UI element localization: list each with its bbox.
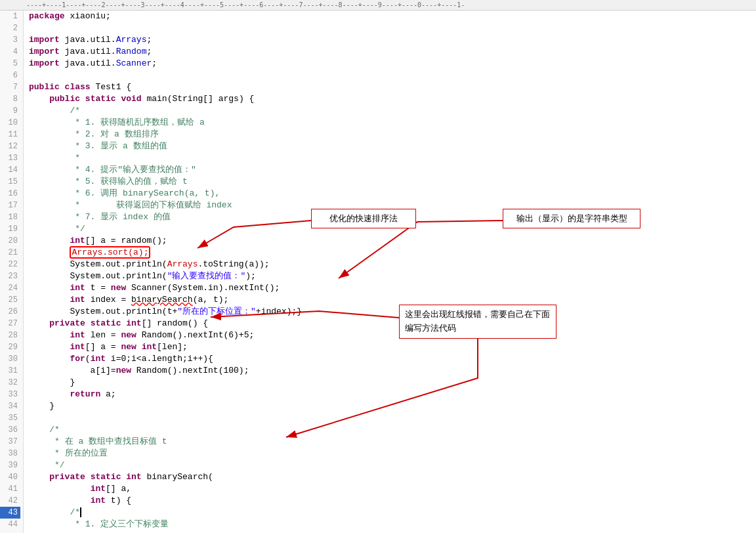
code-content[interactable]: package xiaoniu; import java.util.Arrays…	[24, 11, 756, 533]
code-line-7: public class Test1 {	[29, 81, 756, 93]
code-line-6	[29, 70, 756, 81]
line-num-18: 18	[0, 211, 20, 223]
line-num-40: 40	[0, 471, 20, 483]
line-num-24: 24	[0, 282, 20, 294]
code-line-31: a[i]=new Random().nextInt(100);	[29, 365, 756, 377]
code-line-41: int[] a,	[29, 483, 756, 495]
code-line-37: * 在 a 数组中查找目标值 t	[29, 436, 756, 448]
code-line-32: }	[29, 377, 756, 389]
line-num-16: 16	[0, 188, 20, 200]
line-num-25: 25	[0, 294, 20, 306]
line-num-11: 11	[0, 129, 20, 140]
line-num-6: 6	[0, 70, 20, 81]
code-line-27: private static int[] random() {	[29, 318, 756, 330]
code-line-5: import java.util.Scanner;	[29, 58, 756, 70]
line-num-7: 7	[0, 81, 20, 93]
line-num-26: 26	[0, 306, 20, 318]
code-line-33: return a;	[29, 389, 756, 400]
line-num-27: 27	[0, 318, 20, 330]
code-line-20: int[] a = random();	[29, 235, 756, 247]
code-line-10: * 1. 获得随机乱序数组，赋给 a	[29, 117, 756, 129]
ruler: ----+----1----+----2----+----3----+----4…	[0, 0, 756, 11]
line-num-12: 12	[0, 140, 20, 152]
code-line-22: System.out.println(Arrays.toString(a));	[29, 259, 756, 270]
line-num-30: 30	[0, 353, 20, 365]
line-num-2: 2	[0, 22, 20, 34]
line-num-19: 19	[0, 223, 20, 235]
code-line-42: int t) {	[29, 495, 756, 507]
code-line-23: System.out.println("输入要查找的值：");	[29, 270, 756, 282]
code-line-1: package xiaoniu;	[29, 11, 756, 22]
line-num-33: 33	[0, 389, 20, 400]
line-num-13: 13	[0, 152, 20, 164]
line-num-37: 37	[0, 436, 20, 448]
code-line-9: /*	[29, 105, 756, 117]
line-num-42: 42	[0, 495, 20, 507]
code-line-29: int[] a = new int[len];	[29, 341, 756, 353]
line-num-43: 43	[0, 507, 20, 519]
line-num-23: 23	[0, 270, 20, 282]
code-line-4: import java.util.Random;	[29, 46, 756, 58]
annotation-quicksort: 优化的快速排序法	[311, 209, 416, 228]
line-num-28: 28	[0, 330, 20, 341]
code-line-8: public static void main(String[] args) {	[29, 93, 756, 105]
line-num-21: 21	[0, 247, 20, 259]
code-line-34: }	[29, 400, 756, 412]
line-num-36: 36	[0, 424, 20, 436]
code-line-3: import java.util.Arrays;	[29, 34, 756, 46]
code-line-26: System.out.println(t+"所在的下标位置："+index);}	[29, 306, 756, 318]
code-line-13: *	[29, 152, 756, 164]
code-line-25: int index = binarySearch(a, t);	[29, 294, 756, 306]
annotation-stringtype: 输出（显示）的是字符串类型	[503, 209, 640, 228]
code-line-24: int t = new Scanner(System.in).nextInt()…	[29, 282, 756, 294]
code-line-36: /*	[29, 424, 756, 436]
code-line-38: * 所在的位置	[29, 448, 756, 459]
line-num-14: 14	[0, 164, 20, 176]
code-area: 1 2 3 4 5 6 7 8 9 10 11 12 13 14 15 16 1…	[0, 11, 756, 533]
code-line-16: * 6. 调用 binarySearch(a, t),	[29, 188, 756, 200]
line-numbers: 1 2 3 4 5 6 7 8 9 10 11 12 13 14 15 16 1…	[0, 11, 24, 533]
line-num-15: 15	[0, 176, 20, 188]
annotation-error: 这里会出现红线报错，需要自己在下面编写方法代码	[399, 305, 556, 339]
code-line-15: * 5. 获得输入的值，赋给 t	[29, 176, 756, 188]
line-num-32: 32	[0, 377, 20, 389]
code-line-14: * 4. 提示"输入要查找的值："	[29, 164, 756, 176]
line-num-31: 31	[0, 365, 20, 377]
code-line-12: * 3. 显示 a 数组的值	[29, 140, 756, 152]
code-line-44: * 1. 定义三个下标变量	[29, 519, 756, 530]
line-num-5: 5	[0, 58, 20, 70]
code-line-28: int len = new Random().nextInt(6)+5;	[29, 330, 756, 341]
line-num-10: 10	[0, 117, 20, 129]
code-line-2	[29, 22, 756, 34]
line-num-4: 4	[0, 46, 20, 58]
line-num-22: 22	[0, 259, 20, 270]
line-num-20: 20	[0, 235, 20, 247]
line-num-17: 17	[0, 200, 20, 211]
code-line-43: /*	[29, 507, 756, 519]
line-num-8: 8	[0, 93, 20, 105]
line-num-38: 38	[0, 448, 20, 459]
line-num-3: 3	[0, 34, 20, 46]
code-line-39: */	[29, 459, 756, 471]
line-num-29: 29	[0, 341, 20, 353]
code-line-40: private static int binarySearch(	[29, 471, 756, 483]
line-num-44: 44	[0, 519, 20, 530]
code-line-21: Arrays.sort(a);	[29, 247, 756, 259]
line-num-35: 35	[0, 412, 20, 424]
line-num-39: 39	[0, 459, 20, 471]
line-num-9: 9	[0, 105, 20, 117]
line-num-41: 41	[0, 483, 20, 495]
code-line-30: for(int i=0;i<a.length;i++){	[29, 353, 756, 365]
code-line-35	[29, 412, 756, 424]
code-line-11: * 2. 对 a 数组排序	[29, 129, 756, 140]
line-num-34: 34	[0, 400, 20, 412]
line-num-1: 1	[0, 11, 20, 22]
